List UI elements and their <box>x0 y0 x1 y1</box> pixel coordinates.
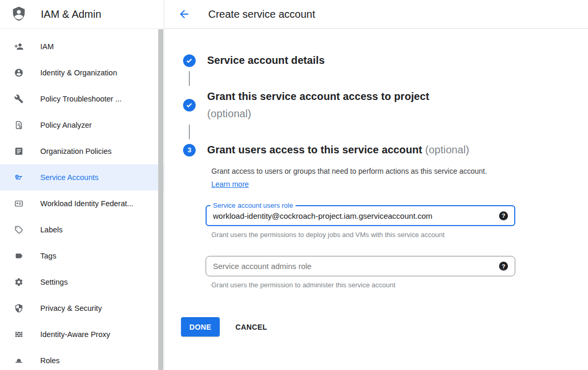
cancel-button[interactable]: CANCEL <box>235 323 267 331</box>
step-3-body: Grant access to users or groups that nee… <box>211 165 588 191</box>
role-fields: Service account users role ? Grant users… <box>206 205 515 289</box>
account-circle-icon <box>14 68 24 77</box>
person-add-icon <box>14 42 24 51</box>
users-role-input[interactable] <box>213 211 494 220</box>
sidebar-item-label: Labels <box>40 226 63 234</box>
step-2-grant-access-to-project[interactable]: Grant this service account access to pro… <box>183 88 588 122</box>
step-title-text: Grant users access to this service accou… <box>207 144 422 155</box>
sidebar-header: IAM & Admin <box>0 0 164 29</box>
sidebar-item-label: Identity & Organization <box>40 69 117 77</box>
page-topbar: Create service account <box>164 0 588 29</box>
admins-role-helper-text: Grant users the permission to administer… <box>211 281 515 289</box>
learn-more-link[interactable]: Learn more <box>211 180 249 188</box>
check-circle-icon <box>183 99 196 111</box>
step-title: Grant users access to this service accou… <box>207 141 469 159</box>
field-floating-label: Service account users role <box>210 201 296 209</box>
step-3-grant-users-access: 3 Grant users access to this service acc… <box>183 141 588 159</box>
sidebar-item-policy-analyzer[interactable]: Policy Analyzer <box>0 112 164 138</box>
back-button[interactable] <box>178 8 190 20</box>
sidebar-item-identity-organization[interactable]: Identity & Organization <box>0 60 164 86</box>
sidebar-item-identity-aware-proxy[interactable]: Identity-Aware Proxy <box>0 321 164 347</box>
badge-card-icon <box>14 199 24 208</box>
iam-shield-logo-icon <box>10 6 27 23</box>
sidebar-item-label: IAM <box>40 42 54 51</box>
app-window: IAM & Admin IAM Identity & Organization <box>0 0 588 370</box>
main-panel: Create service account Service account d… <box>164 0 588 370</box>
service-account-users-role-field: Service account users role ? <box>206 205 515 226</box>
tag-arrow-icon <box>14 251 24 261</box>
sidebar-item-label: Privacy & Security <box>40 304 102 312</box>
sidebar-scrollbar[interactable] <box>158 29 163 370</box>
users-role-helper-text: Grant users the permissions to deploy jo… <box>211 231 515 239</box>
bowler-hat-icon <box>14 356 24 365</box>
document-search-icon <box>14 120 24 130</box>
sidebar-item-roles[interactable]: Roles <box>0 347 164 370</box>
sidebar-item-organization-policies[interactable]: Organization Policies <box>0 138 164 164</box>
label-tag-icon <box>14 225 24 234</box>
firewall-icon <box>14 330 24 339</box>
service-account-icon <box>14 173 24 182</box>
step-title: Service account details <box>207 52 325 69</box>
sidebar-item-label: Organization Policies <box>40 147 111 155</box>
help-icon[interactable]: ? <box>499 262 508 271</box>
step-title: Grant this service account access to pro… <box>207 88 429 122</box>
stepper-content: Service account details Grant this servi… <box>164 29 588 337</box>
form-actions: DONE CANCEL <box>181 317 588 337</box>
step-optional-suffix: (optional) <box>425 144 469 155</box>
sidebar-item-tags[interactable]: Tags <box>0 243 164 269</box>
sidebar-item-settings[interactable]: Settings <box>0 269 164 295</box>
admins-role-input[interactable] <box>213 262 494 271</box>
sidebar-item-label: Tags <box>40 252 56 260</box>
step-title-text: Grant this service account access to pro… <box>207 91 429 102</box>
sidebar-item-label: Service Accounts <box>40 173 98 182</box>
step-number-icon: 3 <box>183 144 196 156</box>
sidebar-item-workload-identity-federation[interactable]: Workload Identity Federat... <box>0 190 164 217</box>
sidebar-item-label: Roles <box>40 356 60 365</box>
step-connector <box>189 71 190 86</box>
sidebar-item-label: Policy Analyzer <box>40 121 92 129</box>
sidebar-nav: IAM Identity & Organization Policy Troub… <box>0 29 164 370</box>
sidebar-item-label: Workload Identity Federat... <box>40 199 133 208</box>
sidebar-item-label: Settings <box>40 278 67 286</box>
step-1-service-account-details[interactable]: Service account details <box>183 52 588 69</box>
shield-half-icon <box>14 304 24 313</box>
step-connector <box>189 125 190 139</box>
step-3-description: Grant access to users or groups that nee… <box>211 165 501 191</box>
help-icon[interactable]: ? <box>499 211 508 220</box>
done-button[interactable]: DONE <box>181 317 220 337</box>
sidebar-item-policy-troubleshooter[interactable]: Policy Troubleshooter ... <box>0 86 164 112</box>
article-icon <box>14 147 24 156</box>
gear-icon <box>14 277 24 287</box>
page-title: Create service account <box>208 8 315 20</box>
wrench-icon <box>14 94 24 104</box>
sidebar-item-privacy-security[interactable]: Privacy & Security <box>0 295 164 321</box>
description-text: Grant access to users or groups that nee… <box>211 167 487 175</box>
sidebar-item-iam[interactable]: IAM <box>0 33 164 60</box>
sidebar-item-label: Policy Troubleshooter ... <box>40 95 122 103</box>
product-title: IAM & Admin <box>41 8 101 20</box>
check-circle-icon <box>183 54 196 67</box>
sidebar-item-labels[interactable]: Labels <box>0 217 164 243</box>
sidebar-item-label: Identity-Aware Proxy <box>40 330 110 339</box>
sidebar: IAM & Admin IAM Identity & Organization <box>0 0 164 370</box>
arrow-left-icon <box>178 8 190 20</box>
step-number: 3 <box>183 144 196 156</box>
service-account-admins-role-field: ? <box>206 256 515 276</box>
step-optional-suffix: (optional) <box>207 108 251 119</box>
sidebar-item-service-accounts[interactable]: Service Accounts <box>0 164 164 190</box>
